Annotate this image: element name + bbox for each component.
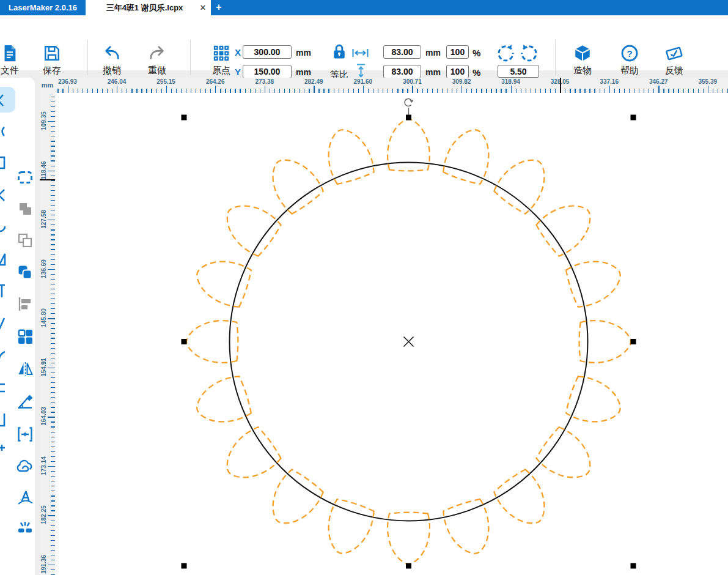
rotate-ccw-icon[interactable] [496,43,515,65]
marquee-select-icon[interactable] [17,169,34,186]
clipped-tool-icon-3[interactable] [0,154,8,172]
ruler-tick [486,89,487,93]
clipped-tool-icon-5[interactable] [0,218,8,236]
clipped-tool-icon-10[interactable] [0,379,8,398]
align-objects-icon[interactable] [17,295,34,313]
selection-handle[interactable] [631,115,636,121]
file-button[interactable]: 文件 [0,43,27,76]
clipped-tool-icon-2[interactable] [0,122,8,141]
selection-handle[interactable] [406,115,411,121]
ruler-tick [51,116,55,117]
ruler-tick [51,412,55,412]
ruler-tick [51,476,55,477]
save-icon [43,43,61,63]
ruler-tick [51,249,55,250]
ruler-tick [51,521,55,521]
feedback-button[interactable]: 反馈 [657,43,691,76]
ruler-tick [210,89,211,93]
toolbar-divider [87,40,88,75]
mirror-flip-icon[interactable] [17,360,34,377]
clipped-tool-icon-8[interactable] [0,315,8,333]
ruler-tick [107,89,108,93]
ruler-tick [521,89,521,93]
ruler-tick [51,437,55,437]
height-input[interactable] [383,65,421,78]
ruler-tick [51,224,55,225]
break-apart-icon[interactable] [17,517,34,534]
width-percent-input[interactable] [446,45,469,59]
ruler-tick [457,89,457,93]
rotation-input[interactable] [498,65,539,78]
redo-button[interactable]: 重做 [140,43,174,76]
cloud-shape-icon[interactable] [17,457,34,474]
ruler-tick [693,89,694,93]
ruler-tick [309,89,309,93]
subtract-shapes-icon[interactable] [17,232,34,249]
ruler-tick [57,89,58,93]
origin-button[interactable]: 原点 [204,43,238,76]
ruler-tick [51,377,55,378]
height-percent-input[interactable] [446,65,469,78]
ruler-cursor-marker [40,179,55,180]
ruler-tick [51,264,55,265]
rotation-handle-icon[interactable] [405,99,412,106]
group-array-icon[interactable] [17,328,34,345]
rotate-cw-icon[interactable] [520,43,539,65]
undo-button[interactable]: 撤销 [95,43,129,76]
ruler-tick [51,397,55,398]
clipped-tool-icon-4[interactable] [0,186,8,204]
clipped-tool-icon-6[interactable] [0,250,8,269]
rotate-angle-icon[interactable] [17,393,34,410]
ruler-tick [265,86,265,93]
document-tab[interactable]: 三年4班1 谢贝乐.lcpx ✕ [86,0,211,15]
ruler-tick [215,86,216,93]
weld-union-icon[interactable] [17,200,34,217]
save-button[interactable]: 保存 [35,43,69,76]
x-unit-label: mm [296,48,311,58]
selection-handle[interactable] [631,563,636,569]
combine-shapes-icon[interactable] [17,264,34,281]
distribute-spacing-icon[interactable] [17,426,34,443]
ruler-tick [388,89,388,93]
ruler-tick [51,328,55,328]
ruler-tick [432,89,433,93]
ruler-tick-label: 255.15 [148,78,185,85]
selection-handle[interactable] [406,563,411,569]
y-position-input[interactable] [243,65,292,78]
clipped-tool-icon-7[interactable] [0,283,8,301]
ruler-tick [51,244,55,245]
ruler-tick [334,89,334,93]
ruler-tick [51,146,55,146]
ruler-tick [200,89,201,93]
selection-handle[interactable] [182,115,187,121]
proportional-lock-icon[interactable] [331,43,348,64]
help-button[interactable]: ? 帮助 [612,43,647,76]
width-input[interactable] [383,45,421,59]
clipped-tool-icon-9[interactable] [0,348,8,366]
main-toolbar: 文件 保存 撤销 重做 [0,15,728,70]
create-button[interactable]: 造物 [565,43,600,76]
ruler-tick [600,89,600,93]
ruler-tick [51,495,55,496]
text-on-path-icon[interactable] [17,489,34,506]
ruler-tick [51,338,55,338]
ruler-tick [51,560,55,560]
tab-close-icon[interactable]: ✕ [195,3,211,12]
new-tab-button[interactable]: + [211,0,227,15]
clipped-tool-icon-11[interactable] [0,411,8,429]
ruler-tick [48,466,55,467]
ruler-tick-label: 191.36 [40,549,47,575]
ruler-tick [51,392,55,393]
ruler-tick [156,89,157,93]
clipped-tool-icon-12[interactable] [0,439,8,458]
ruler-tick-label: 355.39 [689,78,726,85]
selection-handle[interactable] [182,339,187,344]
selection-handle[interactable] [182,563,187,569]
design-canvas[interactable] [55,93,728,575]
x-position-input[interactable] [243,45,292,59]
selection-handle[interactable] [631,339,636,344]
file-icon [1,43,19,63]
ruler-tick [471,89,472,93]
ruler-tick [51,200,55,201]
clipped-tool-icon-1[interactable] [0,91,8,109]
